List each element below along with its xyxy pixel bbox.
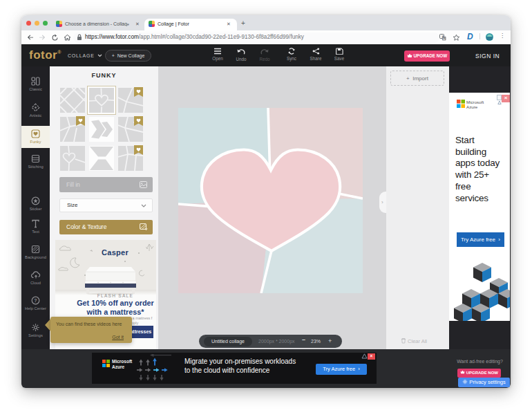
svg-text:?: ? [34,298,37,303]
